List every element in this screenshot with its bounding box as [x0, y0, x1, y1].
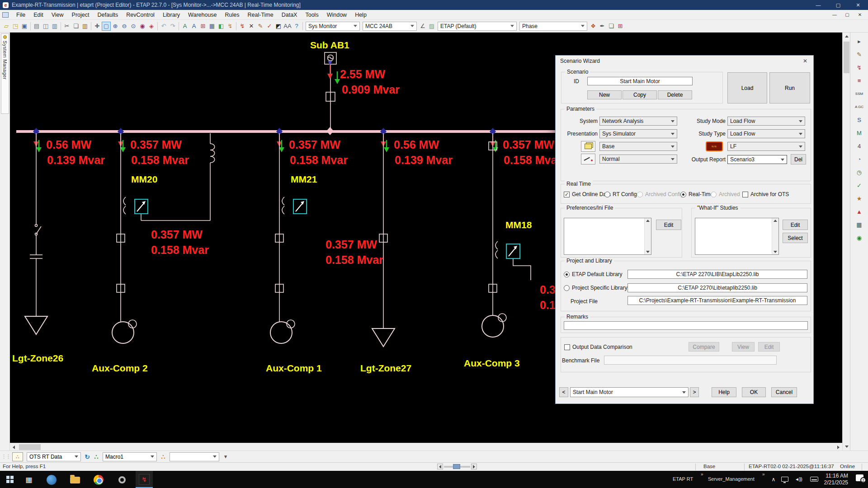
undo-icon[interactable]: ↶ [159, 22, 168, 31]
pointer-icon[interactable]: ▸ [853, 35, 866, 47]
archive-for-ots-checkbox[interactable]: Archive for OTS [742, 191, 789, 197]
horizontal-scroll-thumb[interactable] [19, 444, 41, 450]
chrome-icon[interactable] [92, 474, 105, 485]
measure-icon[interactable]: ∠ [418, 22, 427, 31]
annotation-icon[interactable]: A [180, 22, 189, 31]
alert-icon[interactable]: ▲ [853, 206, 866, 217]
dialog-close-icon[interactable]: ✕ [801, 57, 810, 65]
ac-element-icon[interactable]: ↯ [853, 61, 866, 73]
pencil-icon[interactable]: ✎ [256, 22, 265, 31]
output-report-dropdown[interactable]: Scenario3 [727, 155, 787, 164]
link-icon[interactable]: ⊞ [198, 22, 208, 31]
close-icon[interactable]: ✕ [848, 0, 868, 10]
child-restore-icon[interactable]: ▢ [841, 12, 854, 17]
print-icon[interactable]: ▤ [32, 22, 41, 31]
browser-icon[interactable] [45, 474, 58, 485]
menu-view[interactable]: View [47, 10, 68, 19]
online-icon[interactable]: ◉ [853, 232, 866, 244]
rt-datablock-icon[interactable]: ⊞ [616, 22, 625, 31]
presentation-mode-dropdown[interactable]: Sys Monitor [306, 22, 360, 31]
new-document-icon[interactable]: ▱ [2, 22, 11, 31]
data-source-dropdown[interactable]: OTS RT Data [27, 452, 81, 461]
ok-button[interactable]: OK [742, 387, 766, 397]
toolbar-overflow-icon[interactable]: » [701, 472, 703, 477]
etap-taskbar-app[interactable]: ↯ [136, 471, 153, 488]
select-tool-icon[interactable]: ▢ [102, 22, 111, 31]
what-if-edit-button[interactable]: Edit [783, 220, 808, 230]
print-setup-icon[interactable]: ▥ [50, 22, 59, 31]
overview-icon[interactable]: ◈ [147, 22, 156, 31]
tray-etap-rt-label[interactable]: ETAP RT [673, 476, 693, 482]
collapse-icon[interactable]: ▾ [221, 454, 230, 460]
harmonic-icon[interactable]: 4 [853, 140, 866, 152]
scroll-right-icon[interactable] [835, 443, 842, 451]
toolbar-grip[interactable]: ⋮⋮ [1, 454, 10, 460]
vertical-scroll-thumb[interactable] [844, 42, 849, 73]
find-icon[interactable]: AA [283, 22, 292, 31]
grid-icon[interactable]: ▦ [208, 22, 217, 31]
real-time-radio[interactable]: Real-Time [680, 191, 713, 197]
scroll-down-icon[interactable] [843, 443, 850, 450]
menu-project[interactable]: Project [68, 10, 94, 19]
copy-button[interactable]: Copy [623, 90, 657, 99]
menu-help[interactable]: Help [351, 10, 371, 19]
image-icon[interactable]: ▨ [427, 22, 436, 31]
scroll-left-icon[interactable] [10, 443, 18, 451]
menu-edit[interactable]: Edit [29, 10, 47, 19]
macro-tree-icon[interactable]: ∴ [92, 453, 101, 460]
keyboard-icon[interactable] [810, 477, 818, 482]
revision-icon-button[interactable] [581, 141, 595, 152]
check-icon[interactable]: ✓ [265, 22, 274, 31]
study-type-dropdown[interactable]: Load Flow [727, 129, 805, 138]
zoom-out-icon[interactable]: ⊖ [120, 22, 129, 31]
help-button[interactable]: Help [712, 387, 736, 397]
cancel-button[interactable]: Cancel [771, 387, 797, 397]
bolt-icon[interactable]: ↯ [238, 22, 247, 31]
tray-server-management-label[interactable]: Server_Management [708, 476, 755, 482]
gauge-icon[interactable]: ◔ [853, 153, 866, 165]
element-colors-icon[interactable]: ◧ [217, 22, 226, 31]
slider-left-icon[interactable] [437, 464, 443, 469]
del-button[interactable]: Del [791, 154, 806, 164]
help-icon[interactable]: ? [292, 22, 301, 31]
menu-file[interactable]: File [12, 10, 29, 19]
delete-icon[interactable]: ✕ [247, 22, 256, 31]
system-manager-tab[interactable]: System Manager [1, 33, 9, 114]
menu-defaults[interactable]: Defaults [93, 10, 122, 19]
menu-datax[interactable]: DataX [278, 10, 302, 19]
remarks-input[interactable] [564, 321, 808, 330]
what-if-listbox[interactable] [695, 218, 779, 255]
maximize-icon[interactable]: ▢ [828, 0, 848, 10]
motor-icon[interactable]: M [853, 127, 866, 139]
study-mode-dropdown[interactable]: Load Flow [727, 117, 805, 126]
new-button[interactable]: New [587, 90, 622, 99]
file-explorer-icon[interactable] [69, 475, 81, 484]
phase-dropdown[interactable]: Phase [519, 22, 587, 31]
slider-right-icon[interactable] [471, 464, 477, 469]
contrast-icon[interactable]: ◩ [274, 22, 283, 31]
slider-track[interactable] [444, 466, 470, 468]
study-case-dropdown[interactable]: LF [727, 142, 805, 151]
check-icon[interactable]: ✓ [853, 179, 866, 191]
listbox-scrollbar[interactable] [772, 218, 778, 254]
delete-button[interactable]: Delete [658, 90, 692, 99]
extra-dropdown[interactable] [170, 452, 219, 461]
menu-window[interactable]: Window [323, 10, 351, 19]
preferences-listbox[interactable] [564, 218, 651, 255]
toolbar-overflow-icon[interactable]: » [762, 472, 765, 477]
copy-icon[interactable]: ❏ [71, 22, 80, 31]
save-icon[interactable]: ▣ [20, 22, 29, 31]
menu-rules[interactable]: Rules [221, 10, 244, 19]
clock[interactable]: 11:16 AM 2/21/2025 [824, 473, 848, 486]
menu-library[interactable]: Library [159, 10, 184, 19]
presentation-dropdown[interactable]: Sys Simulator [599, 129, 677, 138]
palette-icon[interactable]: ❖ [589, 22, 598, 31]
listbox-scrollbar[interactable] [644, 218, 651, 254]
dropper-icon[interactable]: ✒ [598, 22, 607, 31]
menu-tools[interactable]: Tools [301, 10, 322, 19]
cut-icon[interactable]: ✂ [62, 22, 71, 31]
composite-network-dropdown[interactable]: MCC 24AB [363, 22, 417, 31]
rt-config-radio[interactable]: RT Config [604, 191, 637, 197]
configuration-icon-button[interactable] [581, 154, 595, 164]
network-icon[interactable] [781, 477, 788, 482]
